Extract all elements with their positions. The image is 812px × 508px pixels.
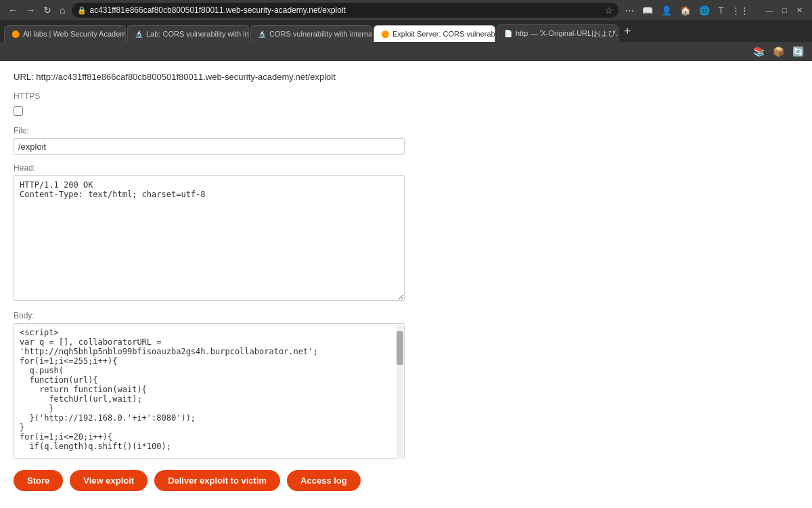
lock-icon: 🔒 — [77, 6, 87, 15]
file-section: File: — [14, 126, 798, 155]
file-input[interactable] — [14, 138, 405, 155]
local-icon[interactable]: 🏠 — [677, 4, 694, 17]
maximize-button[interactable]: □ — [778, 5, 791, 16]
tab-label-1: All labs | Web Security Academ... — [23, 30, 126, 38]
menu-button[interactable]: ⋮⋮ — [729, 4, 752, 17]
tab-label-5: http — 'X-Original-URL|および... — [516, 28, 618, 39]
head-section: Head: — [14, 163, 798, 303]
library-icon[interactable]: 📚 — [750, 45, 767, 58]
extensions-button[interactable]: ⋯ — [623, 4, 637, 17]
body-label: Body: — [14, 311, 798, 320]
url-line: URL: http://ac431ff81e866caf80cb800501f8… — [14, 72, 798, 82]
store-button[interactable]: Store — [14, 470, 63, 491]
tabs-bar: 🟠 All labs | Web Security Academ... ✕ 🔬 … — [0, 20, 812, 42]
file-label: File: — [14, 126, 798, 135]
body-textarea-wrap — [14, 323, 405, 461]
tab-http[interactable]: 📄 http — 'X-Original-URL|および... ✕ — [497, 24, 618, 42]
tab-favicon-5: 📄 — [504, 30, 512, 37]
scrollbar-indicator — [397, 324, 403, 459]
head-label: Head: — [14, 163, 798, 173]
extra-icon-1[interactable]: 🌐 — [696, 4, 713, 17]
deliver-exploit-button[interactable]: Deliver exploit to victim — [154, 470, 280, 491]
tab-favicon-4: 🟠 — [381, 30, 389, 38]
toolbar-icons: 📚 📦 🔄 — [750, 45, 807, 58]
reload-button[interactable]: ↻ — [41, 3, 54, 17]
view-exploit-button[interactable]: View exploit — [70, 470, 148, 491]
sync-icon[interactable]: 🔄 — [790, 45, 807, 58]
page-content: URL: http://ac431ff81e866caf80cb800501f8… — [0, 61, 812, 508]
extra-icon-2[interactable]: T — [715, 4, 726, 17]
window-controls: — □ ✕ — [761, 5, 807, 16]
body-section: Body: — [14, 311, 798, 461]
bookmark-star-icon[interactable]: ☆ — [605, 5, 613, 16]
tab-lab-cors[interactable]: 🔬 Lab: CORS vulnerability with in... ✕ — [127, 25, 249, 42]
tab-label-2: Lab: CORS vulnerability with in... — [146, 30, 249, 38]
https-section: HTTPS — [14, 91, 798, 118]
bookmark-button[interactable]: 📖 — [639, 4, 656, 17]
browser-chrome: ← → ↻ ⌂ 🔒 ☆ ⋯ 📖 👤 🏠 🌐 T ⋮⋮ — □ ✕ — [0, 0, 812, 20]
tab-exploit-server[interactable]: 🟠 Exploit Server: CORS vulnerabi... ✕ — [374, 25, 495, 42]
forward-button[interactable]: → — [23, 3, 38, 17]
container-icon[interactable]: 📦 — [770, 45, 787, 58]
tab-favicon-1: 🟠 — [12, 30, 20, 38]
tab-label-4: Exploit Server: CORS vulnerabi... — [392, 30, 495, 38]
https-label: HTTPS — [14, 91, 798, 101]
address-bar[interactable] — [89, 5, 602, 15]
tab-cors-vuln[interactable]: 🔬 CORS vulnerability with interna... ✕ — [250, 25, 372, 42]
tab-favicon-3: 🔬 — [258, 30, 266, 38]
close-button[interactable]: ✕ — [792, 5, 807, 16]
browser-actions: ⋯ 📖 👤 🏠 🌐 T ⋮⋮ — [623, 4, 752, 17]
tab-label-3: CORS vulnerability with interna... — [269, 30, 372, 38]
minimize-button[interactable]: — — [761, 5, 777, 16]
new-tab-button[interactable]: + — [620, 24, 635, 39]
tab-favicon-2: 🔬 — [135, 30, 143, 38]
body-textarea[interactable] — [14, 323, 405, 459]
address-bar-wrap[interactable]: 🔒 ☆ — [72, 3, 618, 18]
scrollbar-thumb — [397, 331, 403, 365]
home-button[interactable]: ⌂ — [57, 3, 68, 17]
tab-all-labs[interactable]: 🟠 All labs | Web Security Academ... ✕ — [4, 25, 126, 42]
action-buttons: Store View exploit Deliver exploit to vi… — [14, 470, 798, 498]
back-button[interactable]: ← — [5, 3, 20, 17]
url-label-text: URL: http://ac431ff81e866caf80cb800501f8… — [14, 72, 336, 82]
toolbar-row: 📚 📦 🔄 — [0, 42, 812, 61]
browser-controls: ← → ↻ ⌂ — [5, 3, 68, 17]
access-log-button[interactable]: Access log — [287, 470, 361, 491]
https-checkbox[interactable] — [14, 106, 23, 116]
head-textarea[interactable] — [14, 175, 405, 301]
profile-button[interactable]: 👤 — [658, 4, 675, 17]
